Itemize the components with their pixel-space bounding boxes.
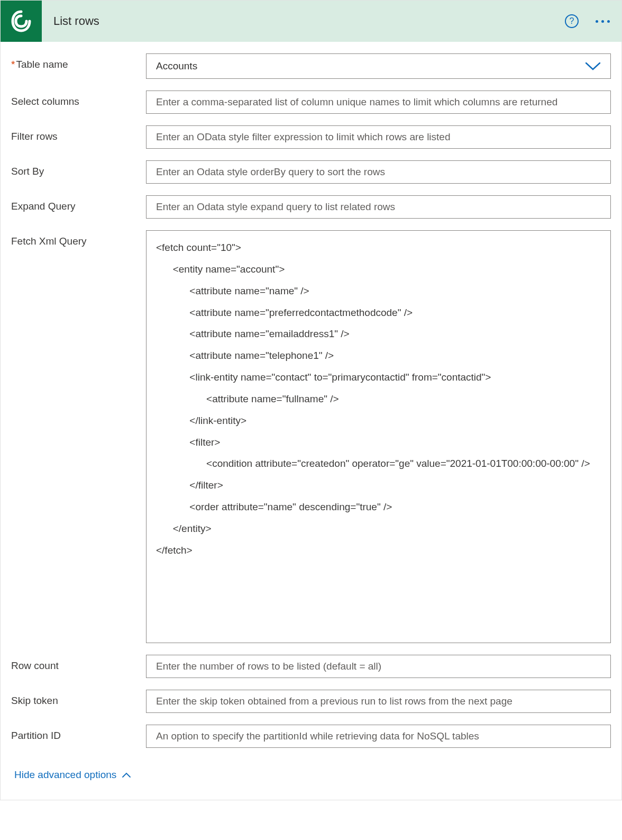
fetch-xml-input[interactable]: <fetch count="10"> <entity name="account… bbox=[146, 230, 611, 643]
row-count-input[interactable] bbox=[146, 655, 611, 678]
panel-body: Table name Accounts Select columns Filte… bbox=[1, 42, 621, 800]
help-icon[interactable]: ? bbox=[565, 14, 579, 28]
hide-advanced-toggle[interactable]: Hide advanced options bbox=[14, 769, 131, 781]
select-columns-input[interactable] bbox=[146, 91, 611, 114]
sort-by-input[interactable] bbox=[146, 160, 611, 184]
sort-by-label: Sort By bbox=[11, 160, 146, 177]
hide-advanced-label: Hide advanced options bbox=[14, 769, 116, 781]
table-name-label: Table name bbox=[11, 53, 146, 70]
list-rows-panel: List rows ? Table name Accounts Select c… bbox=[0, 0, 622, 800]
expand-query-input[interactable] bbox=[146, 195, 611, 219]
chevron-up-icon bbox=[122, 772, 131, 778]
skip-token-label: Skip token bbox=[11, 690, 146, 707]
skip-token-input[interactable] bbox=[146, 690, 611, 713]
expand-query-label: Expand Query bbox=[11, 195, 146, 212]
panel-footer: Hide advanced options bbox=[11, 760, 611, 794]
more-icon[interactable] bbox=[593, 16, 612, 27]
fetch-xml-label: Fetch Xml Query bbox=[11, 230, 146, 247]
panel-title: List rows bbox=[42, 14, 565, 28]
filter-rows-label: Filter rows bbox=[11, 125, 146, 142]
partition-id-input[interactable] bbox=[146, 725, 611, 748]
header-actions: ? bbox=[565, 14, 612, 28]
table-name-value: Accounts bbox=[156, 60, 197, 72]
connector-icon bbox=[1, 1, 42, 42]
row-count-label: Row count bbox=[11, 655, 146, 672]
table-name-select[interactable]: Accounts bbox=[146, 53, 611, 79]
filter-rows-input[interactable] bbox=[146, 125, 611, 149]
chevron-down-icon bbox=[585, 61, 601, 71]
partition-id-label: Partition ID bbox=[11, 725, 146, 742]
select-columns-label: Select columns bbox=[11, 91, 146, 107]
panel-header: List rows ? bbox=[1, 1, 621, 42]
